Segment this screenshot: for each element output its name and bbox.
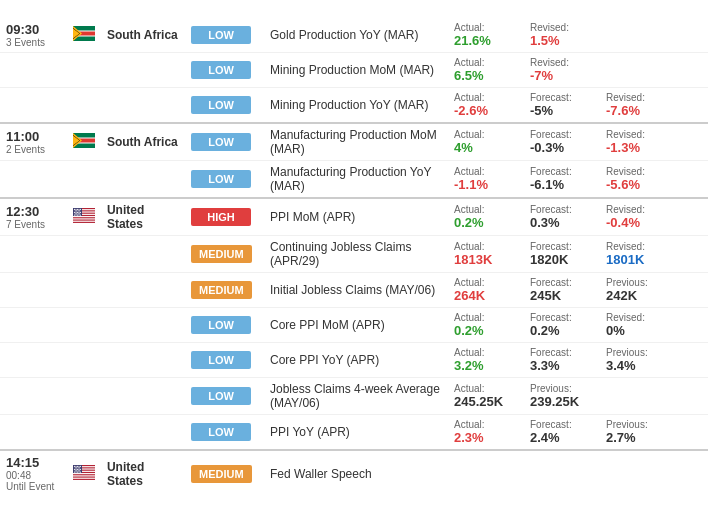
flag-cell [67, 53, 101, 88]
values-cell: Actual: 264K Forecast: 245K Previous: 24… [448, 273, 708, 308]
importance-badge: LOW [191, 96, 251, 114]
event-count: 3 Events [6, 37, 61, 48]
actual-value: Actual: 0.2% [454, 312, 514, 338]
event-count: 00:48Until Event [6, 470, 61, 492]
country-cell: South Africa [101, 123, 185, 161]
importance-badge: LOW [191, 61, 251, 79]
values-cell [448, 450, 708, 496]
importance-badge: LOW [191, 351, 251, 369]
svg-point-80 [75, 471, 76, 472]
svg-point-77 [77, 470, 78, 471]
svg-point-29 [74, 209, 75, 210]
svg-point-41 [78, 212, 79, 213]
badge-cell: LOW [185, 88, 264, 124]
country-cell: United States [101, 450, 185, 496]
event-name: PPI MoM (APR) [270, 210, 355, 224]
flag-cell [67, 343, 101, 378]
importance-badge: MEDIUM [191, 245, 252, 263]
table-row: 11:002 Events South AfricaLOWManufacturi… [0, 123, 708, 161]
event-name: PPI YoY (APR) [270, 425, 350, 439]
previous-value: Previous: 242K [606, 277, 666, 303]
svg-point-37 [79, 210, 80, 211]
country-cell [101, 161, 185, 199]
event-name-cell: Core PPI YoY (APR) [264, 343, 448, 378]
revised-value: Revised: 1.5% [530, 22, 590, 48]
svg-point-44 [76, 213, 77, 214]
time-cell: 11:002 Events [0, 123, 67, 161]
svg-point-63 [77, 465, 78, 466]
svg-point-48 [75, 215, 76, 216]
event-name: Manufacturing Production YoY (MAR) [270, 165, 431, 193]
svg-point-66 [74, 467, 75, 468]
country-cell [101, 343, 185, 378]
time-cell: 12:307 Events [0, 198, 67, 236]
svg-point-51 [80, 215, 81, 216]
svg-rect-59 [73, 478, 95, 479]
svg-point-36 [77, 210, 78, 211]
previous-value: Previous: 2.7% [606, 419, 666, 445]
actual-value: Actual: 4% [454, 129, 514, 155]
table-row: LOWPPI YoY (APR) Actual: 2.3% Forecast: … [0, 415, 708, 451]
svg-point-47 [74, 215, 75, 216]
svg-point-78 [79, 470, 80, 471]
badge-cell: HIGH [185, 198, 264, 236]
time-cell [0, 273, 67, 308]
badge-cell: MEDIUM [185, 273, 264, 308]
svg-rect-26 [73, 220, 95, 221]
actual-value: Actual: 245.25K [454, 383, 514, 409]
badge-cell: LOW [185, 343, 264, 378]
importance-badge: LOW [191, 26, 251, 44]
event-name: Jobless Claims 4-week Average (MAY/06) [270, 382, 440, 410]
svg-point-83 [80, 471, 81, 472]
forecast-value: Forecast: -6.1% [530, 166, 590, 192]
forecast-value: Forecast: 0.3% [530, 204, 590, 230]
event-name-cell: Manufacturing Production MoM (MAR) [264, 123, 448, 161]
actual-value: Actual: 264K [454, 277, 514, 303]
time-cell: 14:1500:48Until Event [0, 450, 67, 496]
importance-badge: LOW [191, 170, 251, 188]
event-name-cell: Initial Jobless Claims (MAY/06) [264, 273, 448, 308]
badge-cell: LOW [185, 378, 264, 415]
time-value: 09:30 [6, 22, 61, 37]
revised-value: Revised: -7.6% [606, 92, 666, 118]
flag-cell [67, 198, 101, 236]
flag-za-icon [73, 137, 95, 151]
table-row: LOWCore PPI YoY (APR) Actual: 3.2% Forec… [0, 343, 708, 378]
badge-cell: MEDIUM [185, 236, 264, 273]
country-name: South Africa [107, 28, 178, 42]
values-cell: Actual: 3.2% Forecast: 3.3% Previous: 3.… [448, 343, 708, 378]
badge-cell: LOW [185, 53, 264, 88]
flag-cell [67, 415, 101, 451]
time-value: 14:15 [6, 455, 61, 470]
event-name: Mining Production YoY (MAR) [270, 98, 429, 112]
actual-value: Actual: 0.2% [454, 204, 514, 230]
event-name: Fed Waller Speech [270, 467, 372, 481]
values-cell: Actual: 21.6% Revised: 1.5% [448, 18, 708, 53]
actual-value: Actual: 3.2% [454, 347, 514, 373]
flag-cell [67, 161, 101, 199]
flag-cell [67, 378, 101, 415]
values-cell: Actual: -2.6% Forecast: -5% Revised: -7.… [448, 88, 708, 124]
actual-value: Actual: -1.1% [454, 166, 514, 192]
event-name-cell: Mining Production YoY (MAR) [264, 88, 448, 124]
event-count: 2 Events [6, 144, 61, 155]
table-row: MEDIUMContinuing Jobless Claims (APR/29)… [0, 236, 708, 273]
svg-point-64 [78, 465, 79, 466]
forecast-value: Forecast: 3.3% [530, 347, 590, 373]
time-cell [0, 378, 67, 415]
time-cell [0, 343, 67, 378]
flag-us-icon [73, 212, 95, 226]
country-cell [101, 415, 185, 451]
svg-point-67 [76, 467, 77, 468]
page-title [0, 0, 708, 18]
flag-cell [67, 450, 101, 496]
calendar-table: 09:303 Events South AfricaLOWGold Produc… [0, 18, 708, 496]
time-cell [0, 161, 67, 199]
forecast-value: Forecast: -0.3% [530, 129, 590, 155]
svg-point-35 [76, 210, 77, 211]
actual-value: Actual: 1813K [454, 241, 514, 267]
flag-za-icon [73, 30, 95, 44]
revised-value: Revised: 0% [606, 312, 666, 338]
badge-cell: MEDIUM [185, 450, 264, 496]
svg-point-43 [74, 213, 75, 214]
